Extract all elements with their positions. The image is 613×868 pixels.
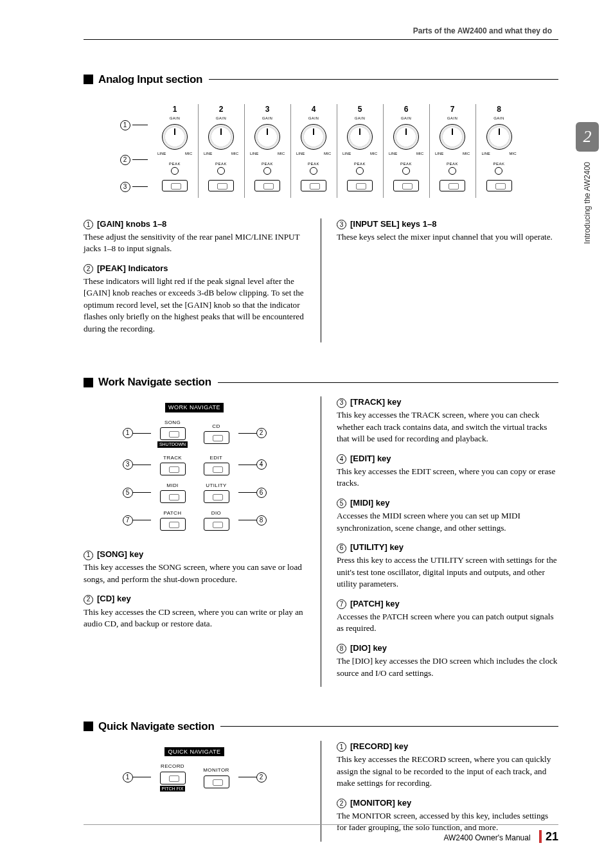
key-icon xyxy=(204,490,229,503)
leader-line xyxy=(133,492,151,493)
header-rule xyxy=(84,39,558,40)
input-sel-key-icon xyxy=(347,180,373,191)
input-sel-key-icon xyxy=(440,180,465,191)
diagram-button-monitor: MONITOR xyxy=(195,766,238,788)
gain-knob-icon xyxy=(301,124,326,150)
gain-knob-icon xyxy=(162,124,188,150)
peak-label: PEAK xyxy=(447,161,458,166)
leader-line xyxy=(133,520,151,520)
item-title: [UTILITY] key xyxy=(350,542,404,553)
item-title: [INPUT SEL] keys 1–8 xyxy=(350,218,436,230)
leader-line xyxy=(238,492,256,493)
callout-number: 3 xyxy=(337,220,346,229)
key-icon xyxy=(204,463,229,475)
diagram-button: SONG SHUTDOWN xyxy=(151,419,195,448)
title-rule xyxy=(218,382,558,383)
item-title: [DIO] key xyxy=(350,642,387,654)
section-heading: Quick Navigate section xyxy=(98,719,214,734)
callout-2: 2 xyxy=(256,772,267,783)
analog-channel: 6 GAIN LINEMIC PEAK xyxy=(384,104,430,198)
channel-number: 4 xyxy=(312,104,316,115)
leader-line xyxy=(238,465,256,465)
square-bullet-icon xyxy=(84,722,93,731)
section-title-quicknav: Quick Navigate section xyxy=(84,719,558,734)
analog-channel: 4 GAIN LINEMIC PEAK xyxy=(291,104,337,198)
button-label: DIO xyxy=(211,509,221,517)
button-label: EDIT xyxy=(210,454,223,461)
diagram-row: 5 MIDI UTILITY 6 xyxy=(123,482,267,503)
quicknav-diagram: QUICK NAVIGATE 1 RECORD PITCH FIX MONITO… xyxy=(118,747,272,792)
diagram-button: UTILITY xyxy=(195,482,238,503)
analog-diagram: 1 2 3 1 GAIN LINEMIC PEAK 2 GAIN LI xyxy=(84,94,558,204)
item-title: [TRACK] key xyxy=(350,396,401,408)
range-labels: LINEMIC xyxy=(482,151,517,156)
analog-channel: 8 GAIN LINEMIC PEAK xyxy=(476,104,522,198)
item-body: Press this key to access the UTILITY scr… xyxy=(337,554,558,590)
analog-channel: 3 GAIN LINEMIC PEAK xyxy=(245,104,291,198)
item-heading: 1 [GAIN] knobs 1–8 xyxy=(84,218,305,230)
channel-number: 8 xyxy=(497,104,501,115)
chapter-title-vertical: Introducing the AW2400 xyxy=(582,162,593,244)
gain-knob-icon xyxy=(393,124,419,150)
diagram-button-record: RECORD PITCH FIX xyxy=(151,763,195,792)
manual-title: AW2400 Owner's Manual xyxy=(443,833,530,842)
item-body: This key accesses the SONG screen, where… xyxy=(84,562,305,585)
analog-channel: 5 GAIN LINEMIC PEAK xyxy=(337,104,384,198)
analog-channel: 2 GAIN LINEMIC PEAK xyxy=(199,104,245,198)
peak-led-icon xyxy=(449,167,456,175)
gain-label: GAIN xyxy=(401,116,412,121)
callout-number: 2 xyxy=(337,799,346,808)
diagram-row: 1 SONG SHUTDOWN CD 2 xyxy=(123,419,267,448)
peak-led-icon xyxy=(263,167,271,175)
callout-number: 1 xyxy=(84,220,93,229)
callout-number: 7 xyxy=(337,599,346,609)
key-icon xyxy=(204,431,229,444)
gain-label: GAIN xyxy=(493,116,504,121)
column-divider xyxy=(321,218,321,343)
range-labels: LINEMIC xyxy=(204,151,238,156)
peak-label: PEAK xyxy=(308,161,319,166)
item-heading: 2 [MONITOR] key xyxy=(337,797,558,809)
title-rule xyxy=(220,726,558,727)
page-number: 21 xyxy=(539,830,558,843)
item-heading: 3 [INPUT SEL] keys 1–8 xyxy=(337,218,558,230)
button-label: CD xyxy=(212,423,220,430)
callout-2: 2 xyxy=(120,155,130,165)
gain-label: GAIN xyxy=(216,116,227,121)
peak-label: PEAK xyxy=(215,161,227,166)
key-icon xyxy=(160,490,186,503)
peak-led-icon xyxy=(356,167,364,175)
diagram-button: DIO xyxy=(195,509,238,531)
item-body: The [DIO] key accesses the DIO screen wh… xyxy=(337,655,558,679)
channel-number: 3 xyxy=(265,104,270,115)
callout-number: 4 xyxy=(337,454,346,464)
range-labels: LINEMIC xyxy=(250,151,285,156)
button-sublabel: SHUTDOWN xyxy=(157,441,188,448)
button-label: PATCH xyxy=(164,509,182,517)
range-labels: LINEMIC xyxy=(157,151,192,156)
diagram-title: QUICK NAVIGATE xyxy=(164,747,224,757)
gain-knob-icon xyxy=(486,124,512,150)
key-icon xyxy=(204,518,229,531)
diagram-row: 1 RECORD PITCH FIX MONITOR 2 xyxy=(118,763,272,792)
chapter-number-badge: 2 xyxy=(576,122,599,152)
item-heading: 2 [CD] key xyxy=(84,593,305,605)
range-labels: LINEMIC xyxy=(296,151,331,156)
item-body: Accesses the MIDI screen where you can s… xyxy=(337,510,558,534)
item-body: These adjust the sensitivity of the rear… xyxy=(84,231,305,255)
button-label: MIDI xyxy=(166,482,179,489)
peak-led-icon xyxy=(310,167,317,175)
input-sel-key-icon xyxy=(486,180,512,191)
item-body: This key accesses the RECORD screen, whe… xyxy=(337,754,558,789)
peak-label: PEAK xyxy=(262,161,273,166)
peak-label: PEAK xyxy=(493,161,504,166)
callout-1: 1 xyxy=(120,120,130,130)
callout-number: 5 xyxy=(337,499,346,508)
peak-led-icon xyxy=(171,167,179,175)
input-sel-key-icon xyxy=(162,180,188,191)
peak-label: PEAK xyxy=(169,161,181,166)
channel-number: 2 xyxy=(219,104,224,115)
channel-number: 6 xyxy=(404,104,409,115)
gain-label: GAIN xyxy=(355,116,366,121)
gain-knob-icon xyxy=(347,124,373,150)
